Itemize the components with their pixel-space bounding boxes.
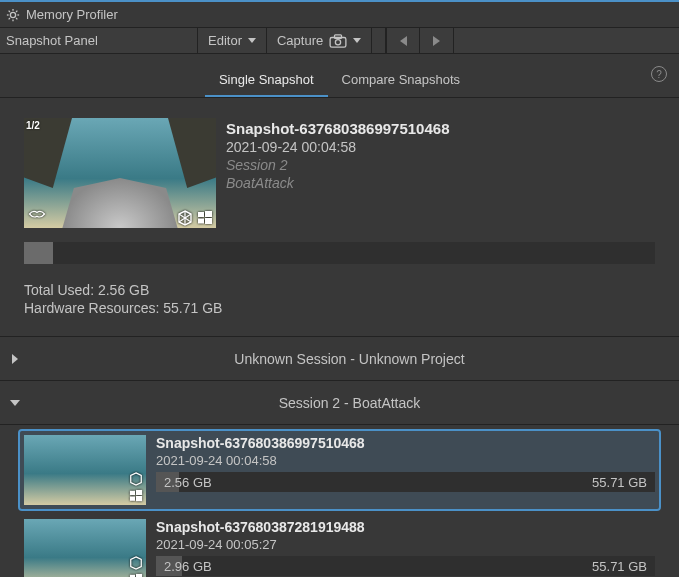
lips-icon [28,206,46,222]
snapshot-item-bar: 2.56 GB 55.71 GB [156,472,655,492]
chevron-down-icon [248,38,256,43]
windows-icon [196,210,214,226]
unity-icon [127,471,145,487]
svg-line-7 [9,18,10,19]
svg-marker-20 [131,473,142,485]
svg-point-11 [336,39,341,44]
snapshot-item-total: 55.71 GB [592,559,647,574]
window-title: Memory Profiler [26,7,118,22]
svg-rect-16 [198,212,204,217]
svg-line-6 [16,18,17,19]
snapshot-item-used: 2.96 GB [164,559,212,574]
snapshot-list-item[interactable]: Snapshot-637680386997510468 2021-09-24 0… [20,431,659,509]
memory-totals: Total Used: 2.56 GB Hardware Resources: … [24,282,655,318]
thumbnail-badge: 1/2 [26,120,40,131]
capture-dropdown[interactable]: Capture [267,28,372,53]
session-label: Unknown Session - Unknown Project [28,351,671,367]
session-header-session2[interactable]: Session 2 - BoatAttack [0,381,679,425]
nav-prev-button[interactable] [386,28,420,54]
snapshot-session: Session 2 [226,157,450,173]
svg-rect-21 [130,491,135,495]
snapshot-item-used: 2.56 GB [164,475,212,490]
nav-buttons [386,28,454,53]
snapshot-item-name: Snapshot-637680387281919488 [156,519,655,535]
disclosure-collapsed-icon[interactable] [8,352,22,366]
chevron-down-icon [353,38,361,43]
windows-icon [127,488,145,504]
snapshot-list-item[interactable]: Snapshot-637680387281919488 2021-09-24 0… [20,515,659,577]
svg-rect-22 [136,490,142,495]
memory-used-segment [24,242,53,264]
tab-compare-snapshots[interactable]: Compare Snapshots [328,68,475,97]
snapshot-thumbnail: 1/2 [24,118,216,228]
profiler-icon [6,8,20,22]
snapshot-meta: Snapshot-637680386997510468 2021-09-24 0… [226,118,450,228]
snapshot-detail-panel: 1/2 Snapshot-637680386997510468 2021-09-… [0,98,679,337]
session-header-unknown[interactable]: Unknown Session - Unknown Project [0,337,679,381]
target-dropdown[interactable]: Editor [198,28,267,53]
arrow-left-icon [400,36,407,46]
svg-rect-23 [130,496,135,500]
snapshot-item-date: 2021-09-24 00:05:27 [156,537,655,552]
tab-single-snapshot[interactable]: Single Snapshot [205,68,328,97]
snapshot-item-date: 2021-09-24 00:04:58 [156,453,655,468]
snapshot-item-total: 55.71 GB [592,475,647,490]
svg-rect-10 [335,34,342,38]
svg-line-5 [9,10,10,11]
snapshot-thumbnail-small [24,519,146,577]
target-dropdown-label: Editor [208,33,242,48]
snapshot-item-bar: 2.96 GB 55.71 GB [156,556,655,576]
memory-usage-bar [24,242,655,264]
toolbar: Snapshot Panel Editor Capture [0,28,679,54]
svg-marker-25 [131,557,142,569]
windows-icon [127,572,145,577]
svg-rect-19 [205,218,212,224]
svg-rect-18 [198,219,204,224]
hardware-resources-label: Hardware Resources: 55.71 GB [24,300,655,316]
svg-rect-24 [136,496,142,501]
svg-rect-17 [205,211,212,217]
nav-next-button[interactable] [420,28,454,54]
svg-line-8 [16,10,17,11]
help-button[interactable]: ? [651,66,667,82]
snapshot-project: BoatAttack [226,175,450,191]
session-label: Session 2 - BoatAttack [28,395,671,411]
snapshot-date: 2021-09-24 00:04:58 [226,139,450,155]
snapshot-name: Snapshot-637680386997510468 [226,120,450,137]
arrow-right-icon [433,36,440,46]
camera-icon [329,34,347,48]
snapshot-thumbnail-small [24,435,146,505]
snapshot-item-name: Snapshot-637680386997510468 [156,435,655,451]
window-titlebar: Memory Profiler [0,0,679,28]
unity-icon [176,210,194,226]
capture-label: Capture [277,33,323,48]
total-used-label: Total Used: 2.56 GB [24,282,655,298]
unity-icon [127,555,145,571]
svg-point-0 [10,12,15,17]
view-tabs: Single Snapshot Compare Snapshots ? [0,54,679,98]
panel-label: Snapshot Panel [0,28,198,53]
snapshot-list: Snapshot-637680386997510468 2021-09-24 0… [0,425,679,577]
disclosure-expanded-icon[interactable] [8,396,22,410]
